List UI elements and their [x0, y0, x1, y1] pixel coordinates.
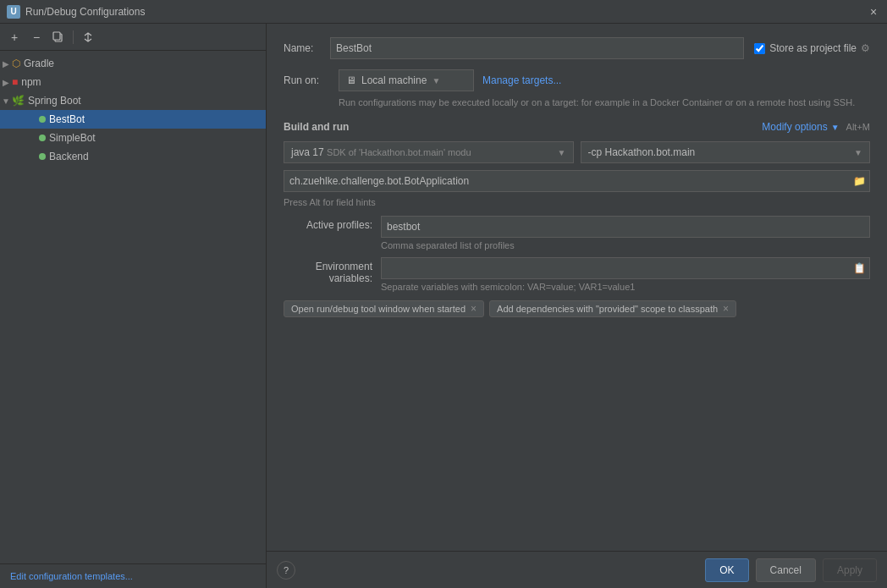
- tree-area: ▶ ⬡ Gradle ▶ ■ npm ▼ 🌿 Spring Boot BestB…: [0, 51, 266, 563]
- npm-label: npm: [21, 76, 41, 88]
- gear-icon[interactable]: ⚙: [861, 42, 870, 54]
- left-panel: + − ▶ ⬡ Gradle: [0, 24, 267, 588]
- manage-targets-link[interactable]: Manage targets...: [482, 74, 561, 86]
- copy-button[interactable]: [49, 28, 68, 47]
- tree-item-springboot[interactable]: ▼ 🌿 Spring Boot: [0, 91, 266, 110]
- main-class-row: 📁: [284, 170, 870, 192]
- press-alt-hint: Press Alt for field hints: [284, 197, 870, 207]
- run-indicator: [39, 153, 46, 160]
- env-label: Environment variables:: [284, 257, 381, 284]
- cp-label: -cp Hackathon.bot.main: [588, 146, 696, 158]
- svg-rect-1: [53, 32, 60, 40]
- store-label: Store as project file: [769, 42, 857, 54]
- env-row: Environment variables: 📋 Separate variab…: [284, 257, 870, 292]
- folder-icon[interactable]: 📁: [851, 173, 867, 189]
- sdk-label: java 17 SDK of 'Hackathon.bot.main' modu: [291, 146, 471, 158]
- run-on-hint: Run configurations may be executed local…: [339, 96, 870, 109]
- gradle-label: Gradle: [24, 58, 54, 69]
- tag-open-window-label: Open run/debug tool window when started: [291, 304, 466, 314]
- name-row: Name: Store as project file ⚙: [284, 37, 870, 59]
- shortcut-hint: Alt+M: [846, 122, 870, 132]
- close-button[interactable]: ×: [867, 5, 880, 19]
- run-on-row: Run on: 🖥 Local machine ▼ Manage targets…: [284, 69, 870, 91]
- env-input[interactable]: [381, 257, 870, 279]
- right-content: Name: Store as project file ⚙ Run on: 🖥 …: [267, 24, 887, 551]
- profiles-label: Active profiles:: [284, 216, 381, 231]
- tag-provided-scope: Add dependencies with "provided" scope t…: [489, 300, 736, 317]
- edit-templates-link[interactable]: Edit configuration templates...: [0, 563, 266, 588]
- springboot-label: Spring Boot: [28, 95, 81, 107]
- profiles-hint: Comma separated list of profiles: [381, 240, 870, 250]
- env-right: 📋 Separate variables with semicolon: VAR…: [381, 257, 870, 292]
- profiles-input[interactable]: [381, 216, 870, 238]
- run-on-dropdown[interactable]: 🖥 Local machine ▼: [339, 69, 474, 91]
- title-bar: U Run/Debug Configurations ×: [0, 0, 887, 24]
- tree-item-npm[interactable]: ▶ ■ npm: [0, 73, 266, 91]
- tree-item-bestbot[interactable]: BestBot: [0, 110, 266, 129]
- run-indicator: [39, 116, 46, 123]
- tag-provided-scope-label: Add dependencies with "provided" scope t…: [497, 304, 718, 314]
- tag-provided-scope-close[interactable]: ×: [723, 304, 729, 314]
- simplebot-label: SimpleBot: [49, 132, 96, 144]
- run-on-value: Local machine: [361, 74, 427, 86]
- tag-open-window-close[interactable]: ×: [471, 304, 477, 314]
- add-button[interactable]: +: [5, 28, 24, 47]
- bottom-bar: ? OK Cancel Apply: [267, 551, 887, 588]
- backend-label: Backend: [49, 151, 89, 162]
- ok-button[interactable]: OK: [705, 558, 748, 582]
- springboot-icon: 🌿: [12, 95, 25, 107]
- tag-open-window: Open run/debug tool window when started …: [284, 300, 484, 317]
- help-button[interactable]: ?: [277, 561, 295, 580]
- run-on-label: Run on:: [284, 74, 330, 86]
- expand-arrow-springboot: ▼: [0, 96, 12, 106]
- run-indicator: [39, 135, 46, 141]
- profiles-row: Active profiles: Comma separated list of…: [284, 216, 870, 250]
- section-header: Build and run Modify options ▼ Alt+M: [284, 121, 870, 133]
- chevron-down-icon: ▼: [558, 148, 566, 157]
- store-checkbox-group: Store as project file ⚙: [754, 42, 870, 54]
- expand-arrow: ▶: [0, 59, 12, 69]
- cp-dropdown[interactable]: -cp Hackathon.bot.main ▼: [581, 141, 871, 163]
- cancel-button[interactable]: Cancel: [756, 558, 816, 582]
- name-input[interactable]: [330, 37, 744, 59]
- apply-button[interactable]: Apply: [823, 558, 877, 582]
- button-group: OK Cancel Apply: [705, 558, 877, 582]
- sdk-dropdown[interactable]: java 17 SDK of 'Hackathon.bot.main' modu…: [284, 141, 574, 163]
- env-folder-icon[interactable]: 📋: [851, 261, 867, 276]
- tree-item-gradle[interactable]: ▶ ⬡ Gradle: [0, 54, 266, 73]
- separator: [73, 30, 74, 44]
- chevron-down-icon: ▼: [432, 76, 440, 85]
- window-title: Run/Debug Configurations: [25, 6, 867, 18]
- modify-options-link[interactable]: Modify options: [762, 121, 827, 133]
- machine-icon: 🖥: [346, 74, 356, 86]
- tags-row: Open run/debug tool window when started …: [284, 300, 870, 317]
- build-run-title: Build and run: [284, 121, 349, 133]
- modify-options-group: Modify options ▼ Alt+M: [762, 121, 870, 133]
- app-icon: U: [7, 5, 20, 19]
- name-label: Name:: [284, 42, 322, 54]
- chevron-down-icon: ▼: [854, 148, 862, 157]
- npm-icon: ■: [12, 76, 18, 88]
- tree-item-backend[interactable]: Backend: [0, 147, 266, 166]
- tree-item-simplebot[interactable]: SimpleBot: [0, 129, 266, 147]
- remove-button[interactable]: −: [27, 28, 46, 47]
- gradle-icon: ⬡: [12, 58, 20, 69]
- store-checkbox[interactable]: [754, 43, 765, 54]
- toolbar: + −: [0, 24, 266, 51]
- build-row: java 17 SDK of 'Hackathon.bot.main' modu…: [284, 141, 870, 163]
- profiles-right: Comma separated list of profiles: [381, 216, 870, 250]
- chevron-down-icon: ▼: [831, 123, 840, 132]
- move-button[interactable]: [79, 28, 97, 47]
- expand-arrow: ▶: [0, 78, 12, 87]
- main-class-input[interactable]: [284, 170, 870, 192]
- bestbot-label: BestBot: [49, 113, 85, 125]
- right-panel: Name: Store as project file ⚙ Run on: 🖥 …: [267, 24, 887, 588]
- env-hint: Separate variables with semicolon: VAR=v…: [381, 282, 870, 292]
